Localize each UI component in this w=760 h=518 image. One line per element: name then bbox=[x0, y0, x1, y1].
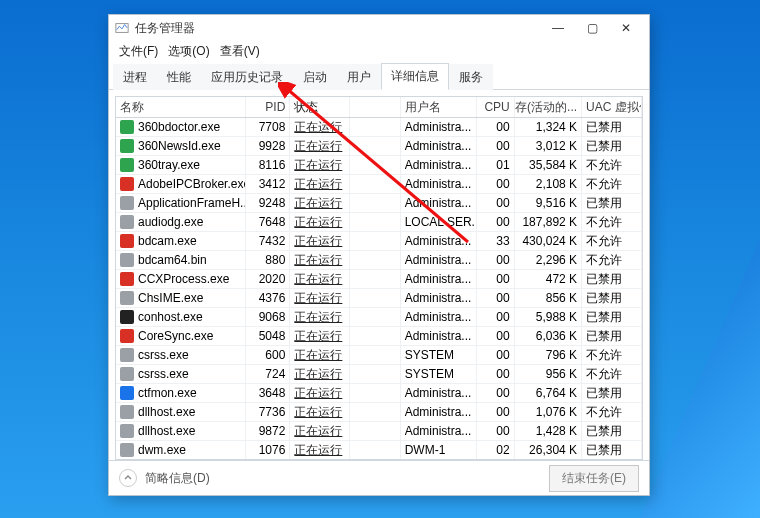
cell-cpu: 00 bbox=[477, 403, 514, 421]
col-cpu[interactable]: CPU bbox=[477, 97, 514, 117]
col-mem[interactable]: 内存(活动的... bbox=[515, 97, 582, 117]
process-grid: 名称 PID 状态 用户名 CPU 内存(活动的... UAC 虚拟化 360b… bbox=[115, 96, 643, 460]
table-row[interactable]: csrss.exe724正在运行SYSTEM00956 K不允许 bbox=[116, 365, 642, 384]
tab-3[interactable]: 启动 bbox=[293, 64, 337, 90]
table-row[interactable]: AdobeIPCBroker.exe3412正在运行Administra...0… bbox=[116, 175, 642, 194]
cell-user: Administra... bbox=[401, 156, 478, 174]
col-user[interactable]: 用户名 bbox=[401, 97, 478, 117]
table-row[interactable]: 360bdoctor.exe7708正在运行Administra...001,3… bbox=[116, 118, 642, 137]
menu-view[interactable]: 查看(V) bbox=[216, 42, 264, 61]
table-row[interactable]: dllhost.exe7736正在运行Administra...001,076 … bbox=[116, 403, 642, 422]
cell-pid: 7736 bbox=[246, 403, 291, 421]
col-pid[interactable]: PID bbox=[246, 97, 291, 117]
cell-name: csrss.exe bbox=[138, 367, 189, 381]
cell-pid: 4376 bbox=[246, 289, 291, 307]
cell-cpu: 00 bbox=[477, 422, 514, 440]
table-row[interactable]: CCXProcess.exe2020正在运行Administra...00472… bbox=[116, 270, 642, 289]
grid-rows[interactable]: 360bdoctor.exe7708正在运行Administra...001,3… bbox=[116, 118, 642, 460]
table-row[interactable]: csrss.exe600正在运行SYSTEM00796 K不允许 bbox=[116, 346, 642, 365]
table-row[interactable]: dllhost.exe9872正在运行Administra...001,428 … bbox=[116, 422, 642, 441]
cell-status: 正在运行 bbox=[290, 251, 350, 269]
cell-user: SYSTEM bbox=[401, 346, 478, 364]
tab-5[interactable]: 详细信息 bbox=[381, 63, 449, 90]
minimize-button[interactable]: — bbox=[541, 17, 575, 39]
tab-6[interactable]: 服务 bbox=[449, 64, 493, 90]
cell-name: ctfmon.exe bbox=[138, 386, 197, 400]
cell-name: AdobeIPCBroker.exe bbox=[138, 177, 246, 191]
table-row[interactable]: bdcam.exe7432正在运行Administra...33430,024 … bbox=[116, 232, 642, 251]
maximize-button[interactable]: ▢ bbox=[575, 17, 609, 39]
cell-cpu: 33 bbox=[477, 232, 514, 250]
cell-pid: 9872 bbox=[246, 422, 291, 440]
cell-pid: 3412 bbox=[246, 175, 291, 193]
cell-cpu: 00 bbox=[477, 194, 514, 212]
cell-user: Administra... bbox=[401, 137, 478, 155]
menubar: 文件(F) 选项(O) 查看(V) bbox=[109, 41, 649, 61]
tab-2[interactable]: 应用历史记录 bbox=[201, 64, 293, 90]
cell-pid: 1076 bbox=[246, 441, 291, 459]
cell-name: 360bdoctor.exe bbox=[138, 120, 220, 134]
cell-cpu: 00 bbox=[477, 270, 514, 288]
cell-user: SYSTEM bbox=[401, 365, 478, 383]
cell-status: 正在运行 bbox=[290, 175, 350, 193]
cell-mem: 472 K bbox=[515, 270, 582, 288]
table-row[interactable]: bdcam64.bin880正在运行Administra...002,296 K… bbox=[116, 251, 642, 270]
cell-status: 正在运行 bbox=[290, 346, 350, 364]
cell-user: Administra... bbox=[401, 118, 478, 136]
table-row[interactable]: ApplicationFrameH...9248正在运行Administra..… bbox=[116, 194, 642, 213]
cell-status: 正在运行 bbox=[290, 384, 350, 402]
cell-user: Administra... bbox=[401, 289, 478, 307]
brief-info-toggle[interactable]: 简略信息(D) bbox=[145, 470, 210, 487]
menu-file[interactable]: 文件(F) bbox=[115, 42, 162, 61]
col-name[interactable]: 名称 bbox=[116, 97, 246, 117]
cell-name: dwm.exe bbox=[138, 443, 186, 457]
cell-cpu: 00 bbox=[477, 137, 514, 155]
cell-uac: 已禁用 bbox=[582, 384, 642, 402]
menu-options[interactable]: 选项(O) bbox=[164, 42, 213, 61]
cell-cpu: 02 bbox=[477, 441, 514, 459]
table-row[interactable]: CoreSync.exe5048正在运行Administra...006,036… bbox=[116, 327, 642, 346]
process-icon bbox=[120, 253, 134, 267]
cell-mem: 6,036 K bbox=[515, 327, 582, 345]
cell-status: 正在运行 bbox=[290, 194, 350, 212]
chevron-up-icon[interactable] bbox=[119, 469, 137, 487]
tabs: 进程性能应用历史记录启动用户详细信息服务 bbox=[109, 63, 649, 90]
table-row[interactable]: ctfmon.exe3648正在运行Administra...006,764 K… bbox=[116, 384, 642, 403]
cell-cpu: 00 bbox=[477, 118, 514, 136]
close-button[interactable]: ✕ bbox=[609, 17, 643, 39]
cell-mem: 1,428 K bbox=[515, 422, 582, 440]
process-icon bbox=[120, 329, 134, 343]
table-row[interactable]: audiodg.exe7648正在运行LOCAL SER...00187,892… bbox=[116, 213, 642, 232]
cell-pid: 880 bbox=[246, 251, 291, 269]
table-row[interactable]: 360NewsId.exe9928正在运行Administra...003,01… bbox=[116, 137, 642, 156]
process-icon bbox=[120, 215, 134, 229]
cell-cpu: 00 bbox=[477, 384, 514, 402]
process-icon bbox=[120, 310, 134, 324]
cell-uac: 已禁用 bbox=[582, 118, 642, 136]
process-icon bbox=[120, 158, 134, 172]
cell-name: csrss.exe bbox=[138, 348, 189, 362]
tab-0[interactable]: 进程 bbox=[113, 64, 157, 90]
end-task-button[interactable]: 结束任务(E) bbox=[549, 465, 639, 492]
col-uac[interactable]: UAC 虚拟化 bbox=[582, 97, 642, 117]
col-status[interactable]: 状态 bbox=[290, 97, 350, 117]
cell-user: LOCAL SER... bbox=[401, 213, 478, 231]
titlebar[interactable]: 任务管理器 — ▢ ✕ bbox=[109, 15, 649, 41]
cell-status: 正在运行 bbox=[290, 270, 350, 288]
table-row[interactable]: conhost.exe9068正在运行Administra...005,988 … bbox=[116, 308, 642, 327]
tab-4[interactable]: 用户 bbox=[337, 64, 381, 90]
process-icon bbox=[120, 348, 134, 362]
cell-uac: 不允许 bbox=[582, 365, 642, 383]
table-row[interactable]: dwm.exe1076正在运行DWM-10226,304 K已禁用 bbox=[116, 441, 642, 460]
cell-pid: 9928 bbox=[246, 137, 291, 155]
table-row[interactable]: ChsIME.exe4376正在运行Administra...00856 K已禁… bbox=[116, 289, 642, 308]
cell-name: audiodg.exe bbox=[138, 215, 203, 229]
cell-name: ApplicationFrameH... bbox=[138, 196, 246, 210]
cell-user: Administra... bbox=[401, 232, 478, 250]
table-row[interactable]: 360tray.exe8116正在运行Administra...0135,584… bbox=[116, 156, 642, 175]
process-icon bbox=[120, 443, 134, 457]
process-icon bbox=[120, 139, 134, 153]
tab-1[interactable]: 性能 bbox=[157, 64, 201, 90]
cell-status: 正在运行 bbox=[290, 327, 350, 345]
cell-pid: 2020 bbox=[246, 270, 291, 288]
